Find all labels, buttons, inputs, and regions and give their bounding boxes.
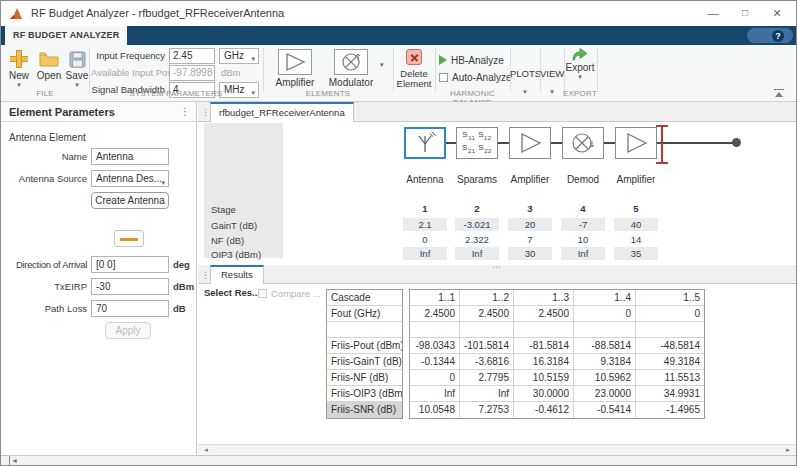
- results-row-header[interactable]: Friis-OIP3 (dBm): [327, 386, 402, 402]
- create-antenna-button[interactable]: Create Antenna: [91, 192, 169, 209]
- results-row-header[interactable]: Fout (GHz): [327, 306, 402, 322]
- results-cell[interactable]: 2.4500: [460, 306, 514, 322]
- results-cell[interactable]: -0.1344: [410, 354, 460, 370]
- results-cell[interactable]: 34.9931: [636, 386, 704, 402]
- results-cell[interactable]: -48.5814: [636, 338, 704, 354]
- gaint-value[interactable]: 20: [508, 218, 552, 231]
- results-corner-cell[interactable]: Cascade: [327, 290, 402, 306]
- oip3-value[interactable]: Inf: [561, 247, 605, 260]
- help-pill[interactable]: ?: [747, 28, 793, 43]
- hb-analyze-button[interactable]: HB-Analyze: [439, 55, 504, 67]
- results-cell[interactable]: -81.5814: [514, 338, 574, 354]
- antenna-source-dropdown[interactable]: Antenna Des... ▾: [91, 170, 169, 187]
- results-column-header[interactable]: 1..4: [574, 290, 636, 306]
- nf-value[interactable]: 7: [508, 233, 552, 246]
- input-frequency-unit-dropdown[interactable]: GHz ▾: [219, 48, 259, 64]
- horizontal-scrollbar[interactable]: ◄ ►: [198, 444, 796, 455]
- results-cell[interactable]: -98.0343: [410, 338, 460, 354]
- direction-of-arrival-field[interactable]: [0 0]: [91, 256, 169, 273]
- results-cell[interactable]: -3.6816: [460, 354, 514, 370]
- view-dropdown[interactable]: VIEW ▾: [540, 45, 564, 102]
- new-button[interactable]: New ▾: [5, 48, 33, 89]
- export-caret-icon[interactable]: ▾: [563, 73, 597, 81]
- results-column-header[interactable]: 1..2: [460, 290, 514, 306]
- select-results-dropdown[interactable]: Select Res... ▾: [204, 287, 266, 298]
- results-cell[interactable]: 16.3184: [514, 354, 574, 370]
- results-cell[interactable]: 11.5513: [636, 370, 704, 386]
- results-cell[interactable]: 49.3184: [636, 354, 704, 370]
- block-antenna[interactable]: [404, 127, 446, 159]
- tab-rf-budget-analyzer[interactable]: RF BUDGET ANALYZER: [5, 26, 127, 45]
- results-cell[interactable]: 7.2753: [460, 402, 514, 418]
- oip3-value[interactable]: 30: [508, 247, 552, 260]
- results-row-header[interactable]: Friis-Pout (dBm): [327, 338, 402, 354]
- panel-menu-icon[interactable]: ⋮: [180, 102, 190, 122]
- results-cell[interactable]: Inf: [460, 386, 514, 402]
- results-column-header[interactable]: 1..1: [410, 290, 460, 306]
- block-amplifier-1[interactable]: [509, 127, 551, 159]
- document-tab[interactable]: rfbudget_RFReceiverAntenna: [210, 102, 354, 122]
- path-loss-field[interactable]: 70: [91, 300, 169, 317]
- results-cell[interactable]: -0.4612: [514, 402, 574, 418]
- results-cell[interactable]: -101.5814: [460, 338, 514, 354]
- close-button[interactable]: ✕: [762, 1, 792, 26]
- tab-drag-handle-icon[interactable]: ⋮: [201, 102, 210, 122]
- results-cell[interactable]: [574, 322, 636, 338]
- save-caret-icon[interactable]: ▾: [63, 81, 91, 89]
- results-cell[interactable]: 0: [574, 306, 636, 322]
- results-cell[interactable]: [410, 322, 460, 338]
- tab-drag-handle-icon[interactable]: ⋮: [201, 265, 210, 285]
- results-cell[interactable]: 23.0000: [574, 386, 636, 402]
- block-amplifier-2[interactable]: [615, 127, 657, 159]
- oip3-value[interactable]: Inf: [455, 247, 499, 260]
- results-cell[interactable]: -0.5414: [574, 402, 636, 418]
- results-cell[interactable]: [514, 322, 574, 338]
- results-row-header[interactable]: Friis-SNR (dB): [327, 402, 402, 418]
- diagram-canvas[interactable]: S11 S12S21 S22: [198, 122, 796, 265]
- gaint-value[interactable]: 40: [614, 218, 658, 231]
- results-tab[interactable]: Results: [210, 265, 264, 284]
- scroll-right-icon[interactable]: ►: [782, 445, 794, 455]
- collapse-ribbon-button[interactable]: [774, 89, 784, 97]
- compare-checkbox[interactable]: Compare ...: [258, 288, 321, 299]
- modulator-button[interactable]: Modulator: [323, 49, 379, 88]
- checkbox-icon[interactable]: [439, 73, 448, 82]
- export-button[interactable]: Export ▾: [563, 47, 597, 81]
- open-button[interactable]: Open: [35, 48, 63, 81]
- nf-value[interactable]: 14: [614, 233, 658, 246]
- results-cell[interactable]: 0: [636, 306, 704, 322]
- gaint-value[interactable]: 2.1: [403, 218, 447, 231]
- results-cell[interactable]: 2.4500: [514, 306, 574, 322]
- results-cell[interactable]: [460, 322, 514, 338]
- name-field[interactable]: Antenna: [91, 148, 169, 165]
- txeirp-field[interactable]: -30: [91, 278, 169, 295]
- apply-button[interactable]: Apply: [105, 322, 151, 339]
- maximize-button[interactable]: □: [730, 1, 760, 26]
- oip3-value[interactable]: 35: [614, 247, 658, 260]
- results-column-header[interactable]: 1..5: [636, 290, 704, 306]
- results-cell[interactable]: Inf: [410, 386, 460, 402]
- checkbox-icon[interactable]: [258, 289, 267, 298]
- gaint-value[interactable]: -3.021: [455, 218, 499, 231]
- oip3-value[interactable]: Inf: [403, 247, 447, 260]
- splitter-handle[interactable]: ⋯: [492, 262, 502, 272]
- block-demod[interactable]: [562, 127, 604, 159]
- results-cell[interactable]: 9.3184: [574, 354, 636, 370]
- results-cell[interactable]: -1.4965: [636, 402, 704, 418]
- results-row-header[interactable]: [327, 322, 402, 338]
- block-sparams[interactable]: S11 S12S21 S22: [456, 127, 498, 159]
- nf-value[interactable]: 0: [403, 233, 447, 246]
- amplifier-button[interactable]: Amplifier: [267, 49, 323, 88]
- plots-dropdown[interactable]: PLOTS ▾: [510, 45, 540, 102]
- antenna-preview-button[interactable]: [114, 230, 144, 247]
- results-row-header[interactable]: Friis-GainT (dB): [327, 354, 402, 370]
- results-cell[interactable]: 2.7795: [460, 370, 514, 386]
- elements-gallery-caret-icon[interactable]: ▾: [380, 61, 384, 69]
- new-caret-icon[interactable]: ▾: [5, 81, 33, 89]
- results-cell[interactable]: 10.5962: [574, 370, 636, 386]
- delete-element-button[interactable]: Delete Element: [395, 49, 433, 89]
- collapse-panel-icon[interactable]: ◄: [9, 456, 18, 465]
- gaint-value[interactable]: -7: [561, 218, 605, 231]
- results-row-header[interactable]: Friis-NF (dB): [327, 370, 402, 386]
- scroll-left-icon[interactable]: ◄: [200, 445, 212, 455]
